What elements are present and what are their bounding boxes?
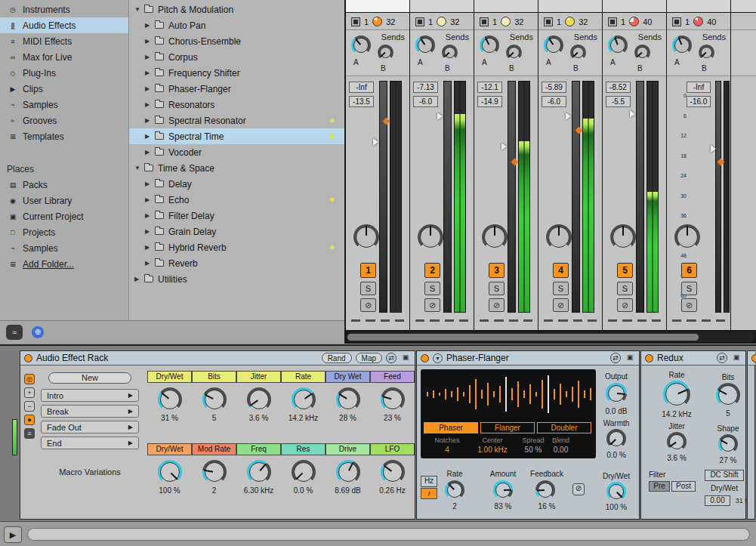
disclosure-arrow-icon[interactable]: ▶ xyxy=(145,133,155,140)
track-activator-button[interactable]: 3 xyxy=(489,263,505,278)
peak-level-display[interactable]: -8.52 xyxy=(606,82,631,93)
fader-rail[interactable] xyxy=(715,81,721,313)
bits-knob[interactable] xyxy=(716,383,740,407)
peak-level-display[interactable]: -Inf xyxy=(687,82,711,93)
tree-item[interactable]: ▶ Phaser-Flanger xyxy=(129,81,344,97)
device-activator-led[interactable] xyxy=(421,354,429,362)
output-value[interactable]: 0.0 dB xyxy=(595,407,637,415)
hot-swap-icon[interactable]: ⇄ xyxy=(610,353,621,363)
send-b-knob[interactable] xyxy=(699,45,714,60)
volume-fader[interactable] xyxy=(711,81,723,313)
hot-swap-icon[interactable]: ⇄ xyxy=(717,353,727,363)
volume-value-display[interactable]: -6.0 xyxy=(542,96,566,107)
solo-button[interactable]: S xyxy=(424,282,440,295)
macro-variation-row[interactable]: Break ▶ xyxy=(41,405,139,418)
tree-item[interactable]: ▶ Frequency Shifter xyxy=(129,65,344,81)
macro-value[interactable]: 23 % xyxy=(370,414,415,422)
rate-sync-button[interactable]: ♪ xyxy=(421,488,437,499)
save-preset-icon[interactable]: ▣ xyxy=(731,353,742,363)
macro-knob[interactable] xyxy=(336,460,360,484)
track-activator-button[interactable]: 1 xyxy=(360,263,376,278)
save-preset-icon[interactable]: ▣ xyxy=(400,353,411,363)
disclosure-arrow-icon[interactable]: ▶ xyxy=(145,69,155,76)
macro-knob[interactable] xyxy=(247,460,271,484)
jitter-value[interactable]: 3.6 % xyxy=(654,454,699,462)
sidebar-category-item[interactable]: ≈ Grooves xyxy=(0,113,128,128)
clip-stop-button[interactable] xyxy=(544,17,553,26)
macro-knob[interactable] xyxy=(292,460,316,484)
fader-rail[interactable] xyxy=(443,81,452,313)
arm-button[interactable]: ⊘ xyxy=(617,298,633,312)
disclosure-arrow-icon[interactable]: ▼ xyxy=(134,6,144,13)
volume-fader[interactable] xyxy=(437,81,452,313)
solo-button[interactable]: S xyxy=(360,282,376,295)
fader-handle[interactable] xyxy=(373,138,378,146)
rate-knob[interactable] xyxy=(445,480,464,500)
warmth-knob[interactable] xyxy=(606,429,626,449)
disclosure-arrow-icon[interactable]: ▼ xyxy=(134,165,144,171)
filter-pre-button[interactable]: Pre xyxy=(649,481,670,492)
arm-button[interactable]: ⊘ xyxy=(681,298,697,312)
mode-button[interactable]: Doubler xyxy=(537,422,591,433)
send-a-knob[interactable] xyxy=(480,35,499,55)
sidebar-place-item[interactable]: ◉ User Library xyxy=(0,193,128,208)
macro-value[interactable]: 14.2 kHz xyxy=(281,414,326,422)
filter-post-button[interactable]: Post xyxy=(671,481,696,492)
tree-item[interactable]: ▶ Echo xyxy=(129,192,344,208)
solo-button[interactable]: S xyxy=(489,282,505,295)
variation-launch-icon[interactable]: ▶ xyxy=(128,392,133,399)
volume-value-display[interactable]: -14.9 xyxy=(477,96,502,107)
macro-variation-row[interactable]: Intro ▶ xyxy=(41,389,139,402)
device-fold-button[interactable]: ▼ xyxy=(433,353,443,363)
macro-value[interactable]: 8.69 dB xyxy=(326,486,370,495)
output-knob[interactable] xyxy=(606,383,627,404)
solo-button[interactable]: S xyxy=(617,282,633,295)
macro-knob[interactable] xyxy=(158,387,182,412)
send-b-knob[interactable] xyxy=(506,45,522,60)
arm-button[interactable]: ⊘ xyxy=(489,298,505,312)
tree-item[interactable]: ▶ Spectral Resonator xyxy=(129,113,344,128)
arm-button[interactable]: ⊘ xyxy=(553,298,569,312)
tree-item[interactable]: ▼ Time & Space xyxy=(129,160,344,176)
disclosure-arrow-icon[interactable]: ▶ xyxy=(145,101,155,108)
macro-value[interactable]: 0.26 Hz xyxy=(370,486,415,495)
macro-value[interactable]: 3.6 % xyxy=(236,414,281,422)
disclosure-arrow-icon[interactable]: ▶ xyxy=(145,244,155,251)
save-preset-icon[interactable]: ▣ xyxy=(625,353,635,363)
disclosure-arrow-icon[interactable]: ▶ xyxy=(145,22,155,29)
fader-handle[interactable] xyxy=(437,113,443,120)
arm-button[interactable]: ⊘ xyxy=(424,298,440,312)
macro-knob[interactable] xyxy=(202,387,227,412)
sidebar-category-item[interactable]: ▶ Clips xyxy=(0,81,128,97)
volume-value-display[interactable]: -6.0 xyxy=(413,96,438,107)
tree-item[interactable]: ▶ Vocoder xyxy=(129,144,344,160)
macro-value[interactable]: 28 % xyxy=(326,414,370,422)
rate-hz-button[interactable]: Hz xyxy=(421,476,437,487)
sidebar-place-item[interactable]: ▣ Current Project xyxy=(0,208,128,224)
param-value[interactable]: 1.00 kHz xyxy=(471,446,514,454)
amount-value[interactable]: 83 % xyxy=(482,502,524,511)
new-variation-button[interactable]: New xyxy=(48,372,131,384)
macro-knob[interactable] xyxy=(336,387,360,412)
macro-value[interactable]: 5 xyxy=(192,414,236,422)
device-title[interactable]: Redux xyxy=(657,353,713,363)
tree-item[interactable]: ▶ Chorus-Ensemble xyxy=(129,33,344,49)
disclosure-arrow-icon[interactable]: ▶ xyxy=(145,180,155,187)
clip-stop-button[interactable] xyxy=(351,17,360,26)
tree-item[interactable]: ▶ Spectral Time xyxy=(129,128,344,144)
mixer-horizontal-scrollbar[interactable] xyxy=(346,332,754,342)
peak-level-display[interactable]: -12.1 xyxy=(477,82,502,93)
disclosure-arrow-icon[interactable]: ▶ xyxy=(145,212,155,219)
hot-swap-icon[interactable]: ⇄ xyxy=(386,353,397,363)
clip-stop-button[interactable] xyxy=(672,17,681,26)
fader-rail[interactable] xyxy=(508,81,516,313)
variation-launch-icon[interactable]: ▶ xyxy=(128,440,133,446)
tree-item[interactable]: ▶ Utilities xyxy=(129,271,344,287)
volume-fader[interactable] xyxy=(566,81,581,313)
disclosure-arrow-icon[interactable]: ▶ xyxy=(145,54,155,60)
disclosure-arrow-icon[interactable]: ▶ xyxy=(145,260,155,267)
param-value[interactable]: 4 xyxy=(424,446,471,454)
send-a-knob[interactable] xyxy=(351,35,371,55)
sidebar-category-item[interactable]: ◇ Plug-Ins xyxy=(0,65,128,81)
disclosure-arrow-icon[interactable]: ▶ xyxy=(145,38,155,45)
